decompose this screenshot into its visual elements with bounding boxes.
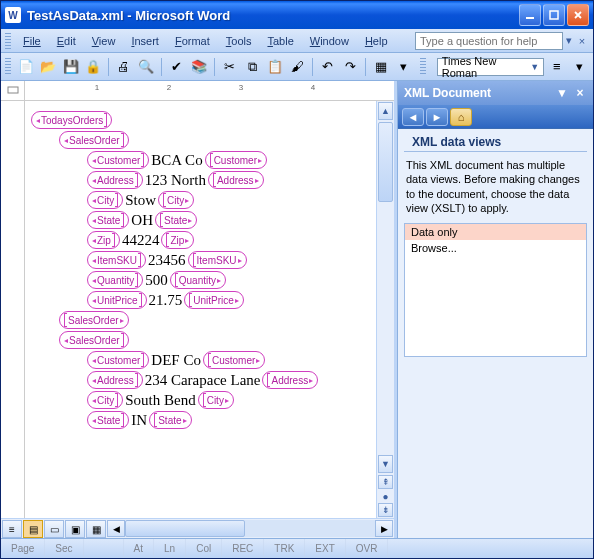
- close-button[interactable]: [567, 4, 589, 26]
- toolbar-grip[interactable]: [5, 58, 11, 76]
- new-doc-icon[interactable]: 📄: [16, 57, 36, 77]
- status-ext[interactable]: EXT: [305, 539, 345, 558]
- hscroll-thumb[interactable]: [125, 520, 245, 537]
- xml-tag-qty-open[interactable]: ◂Quantity: [87, 271, 143, 289]
- cut-icon[interactable]: ✂: [220, 57, 240, 77]
- format-painter-icon[interactable]: 🖌: [287, 57, 307, 77]
- scroll-right-icon[interactable]: ▶: [375, 520, 393, 537]
- xml-value-price[interactable]: 21.75: [147, 292, 185, 309]
- xml-tag-city2-close[interactable]: City▸: [198, 391, 234, 409]
- prev-page-icon[interactable]: ⇞: [378, 475, 393, 489]
- toolbar-options-icon-2[interactable]: ▾: [570, 57, 590, 77]
- menu-insert[interactable]: Insert: [123, 32, 167, 50]
- menu-grip[interactable]: [5, 33, 11, 49]
- xml-tag-address-open[interactable]: ◂Address: [87, 171, 143, 189]
- menu-view[interactable]: View: [84, 32, 124, 50]
- research-icon[interactable]: 📚: [189, 57, 209, 77]
- xml-tag-salesorder-close[interactable]: SalesOrder▸: [59, 311, 129, 329]
- xml-tag-city-close[interactable]: City▸: [158, 191, 194, 209]
- help-search-input[interactable]: [415, 32, 563, 50]
- horizontal-scrollbar[interactable]: ◀ ▶: [107, 520, 393, 537]
- status-trk[interactable]: TRK: [264, 539, 305, 558]
- bullets-icon[interactable]: ≡: [547, 57, 567, 77]
- menu-help[interactable]: Help: [357, 32, 396, 50]
- copy-icon[interactable]: ⧉: [242, 57, 262, 77]
- vertical-ruler[interactable]: [1, 101, 25, 518]
- save-icon[interactable]: 💾: [61, 57, 81, 77]
- data-view-list[interactable]: Data only Browse...: [404, 223, 587, 357]
- data-view-option-data-only[interactable]: Data only: [405, 224, 586, 240]
- menu-window[interactable]: Window: [302, 32, 357, 50]
- paste-icon[interactable]: 📋: [265, 57, 285, 77]
- xml-tag-sku-close[interactable]: ItemSKU▸: [188, 251, 247, 269]
- scroll-track[interactable]: [378, 122, 393, 453]
- view-normal-icon[interactable]: ≡: [2, 520, 22, 538]
- menu-table[interactable]: Table: [259, 32, 301, 50]
- scroll-left-icon[interactable]: ◀: [107, 520, 125, 537]
- maximize-button[interactable]: [543, 4, 565, 26]
- next-page-icon[interactable]: ⇟: [378, 503, 393, 517]
- browse-object-icon[interactable]: ●: [377, 490, 394, 502]
- xml-tag-customer-open[interactable]: ◂Customer: [87, 151, 149, 169]
- xml-value-zip[interactable]: 44224: [120, 232, 162, 249]
- xml-tag-customer2-open[interactable]: ◂Customer: [87, 351, 149, 369]
- undo-icon[interactable]: ↶: [318, 57, 338, 77]
- xml-tag-customer2-close[interactable]: Customer▸: [203, 351, 265, 369]
- menu-tools[interactable]: Tools: [218, 32, 260, 50]
- view-reading-icon[interactable]: ▦: [86, 520, 106, 538]
- data-view-option-browse[interactable]: Browse...: [405, 240, 586, 256]
- menu-edit[interactable]: Edit: [49, 32, 84, 50]
- view-print-icon[interactable]: ▭: [44, 520, 64, 538]
- xml-tag-city-open[interactable]: ◂City: [87, 191, 123, 209]
- xml-tag-salesorder-2[interactable]: ◂SalesOrder: [59, 331, 129, 349]
- xml-tag-state-open[interactable]: ◂State: [87, 211, 129, 229]
- xml-tag-state2-open[interactable]: ◂State: [87, 411, 129, 429]
- document-content[interactable]: ◂TodaysOrders ◂SalesOrder ◂CustomerBCA C…: [25, 101, 376, 518]
- vertical-scrollbar[interactable]: ▲ ▼ ⇞ ● ⇟: [376, 101, 394, 518]
- xml-tag-salesorder[interactable]: ◂SalesOrder: [59, 131, 129, 149]
- horizontal-ruler[interactable]: 1 2 3 4: [25, 81, 394, 100]
- xml-value-qty[interactable]: 500: [143, 272, 170, 289]
- xml-value-customer2[interactable]: DEF Co: [149, 352, 203, 369]
- xml-value-address2[interactable]: 234 Carapace Lane: [143, 372, 263, 389]
- xml-value-city[interactable]: Stow: [123, 192, 158, 209]
- print-icon[interactable]: 🖨: [114, 57, 134, 77]
- xml-tag-price-open[interactable]: ◂UnitPrice: [87, 291, 147, 309]
- permission-icon[interactable]: 🔒: [83, 57, 103, 77]
- minimize-button[interactable]: [519, 4, 541, 26]
- xml-value-state2[interactable]: IN: [129, 412, 149, 429]
- xml-value-customer[interactable]: BCA Co: [149, 152, 204, 169]
- xml-tag-state2-close[interactable]: State▸: [149, 411, 191, 429]
- xml-value-address[interactable]: 123 North: [143, 172, 208, 189]
- help-search-dropdown[interactable]: ▾: [563, 34, 575, 47]
- xml-tag-address2-open[interactable]: ◂Address: [87, 371, 143, 389]
- redo-icon[interactable]: ↷: [340, 57, 360, 77]
- xml-tag-address2-close[interactable]: Address▸: [262, 371, 318, 389]
- xml-tag-price-close[interactable]: UnitPrice▸: [184, 291, 244, 309]
- nav-back-icon[interactable]: ◄: [402, 108, 424, 126]
- task-pane-close-icon[interactable]: ×: [573, 86, 587, 100]
- preview-icon[interactable]: 🔍: [136, 57, 156, 77]
- xml-tag-zip-open[interactable]: ◂Zip: [87, 231, 120, 249]
- toolbar-grip-2[interactable]: [420, 58, 426, 76]
- scroll-down-icon[interactable]: ▼: [378, 455, 393, 473]
- spell-icon[interactable]: ✔: [167, 57, 187, 77]
- xml-tag-customer-close[interactable]: Customer▸: [205, 151, 267, 169]
- xml-value-state[interactable]: OH: [129, 212, 155, 229]
- scroll-thumb[interactable]: [378, 122, 393, 202]
- xml-tag-address-close[interactable]: Address▸: [208, 171, 264, 189]
- status-ovr[interactable]: OVR: [346, 539, 389, 558]
- xml-tag-state-close[interactable]: State▸: [155, 211, 197, 229]
- xml-tag-sku-open[interactable]: ◂ItemSKU: [87, 251, 146, 269]
- xml-tag-todaysorders[interactable]: ◂TodaysOrders: [31, 111, 112, 129]
- menubar-close-icon[interactable]: ×: [575, 35, 589, 47]
- open-icon[interactable]: 📂: [38, 57, 58, 77]
- view-web-icon[interactable]: ▤: [23, 520, 43, 538]
- xml-value-city2[interactable]: South Bend: [123, 392, 197, 409]
- nav-forward-icon[interactable]: ►: [426, 108, 448, 126]
- font-selector[interactable]: Times New Roman ▼: [437, 58, 544, 76]
- xml-tag-qty-close[interactable]: Quantity▸: [170, 271, 226, 289]
- task-pane-dropdown-icon[interactable]: ▼: [555, 86, 569, 100]
- view-outline-icon[interactable]: ▣: [65, 520, 85, 538]
- xml-value-sku[interactable]: 23456: [146, 252, 188, 269]
